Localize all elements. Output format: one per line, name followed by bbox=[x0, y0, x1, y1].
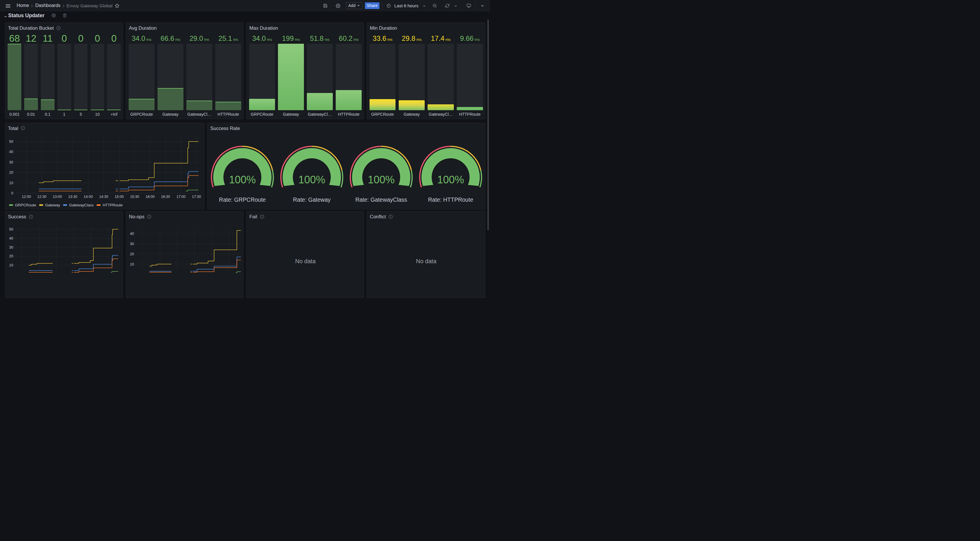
svg-text:50: 50 bbox=[9, 227, 13, 232]
svg-text:30: 30 bbox=[130, 242, 134, 246]
svg-text:17:30: 17:30 bbox=[192, 194, 200, 198]
svg-text:40: 40 bbox=[130, 232, 134, 236]
svg-text:10: 10 bbox=[9, 181, 13, 185]
svg-text:16:30: 16:30 bbox=[161, 194, 170, 198]
svg-text:14:00: 14:00 bbox=[83, 194, 92, 198]
svg-text:50: 50 bbox=[9, 140, 13, 144]
svg-text:40: 40 bbox=[9, 150, 13, 154]
svg-text:15:00: 15:00 bbox=[115, 194, 123, 198]
svg-text:0: 0 bbox=[11, 191, 13, 195]
svg-text:13:00: 13:00 bbox=[52, 194, 62, 198]
svg-text:10: 10 bbox=[9, 263, 13, 267]
svg-text:13:30: 13:30 bbox=[68, 194, 77, 198]
svg-text:15:30: 15:30 bbox=[130, 194, 139, 198]
svg-text:20: 20 bbox=[130, 252, 134, 256]
svg-text:30: 30 bbox=[9, 160, 13, 164]
svg-text:16:00: 16:00 bbox=[145, 194, 154, 198]
svg-text:30: 30 bbox=[9, 246, 13, 249]
svg-text:12:00: 12:00 bbox=[22, 194, 30, 198]
svg-text:10: 10 bbox=[130, 262, 134, 267]
svg-text:20: 20 bbox=[9, 171, 13, 175]
svg-text:20: 20 bbox=[9, 254, 13, 258]
svg-text:40: 40 bbox=[9, 236, 13, 241]
svg-text:17:00: 17:00 bbox=[176, 194, 185, 198]
svg-text:14:30: 14:30 bbox=[99, 194, 108, 198]
svg-text:12:30: 12:30 bbox=[37, 194, 46, 198]
